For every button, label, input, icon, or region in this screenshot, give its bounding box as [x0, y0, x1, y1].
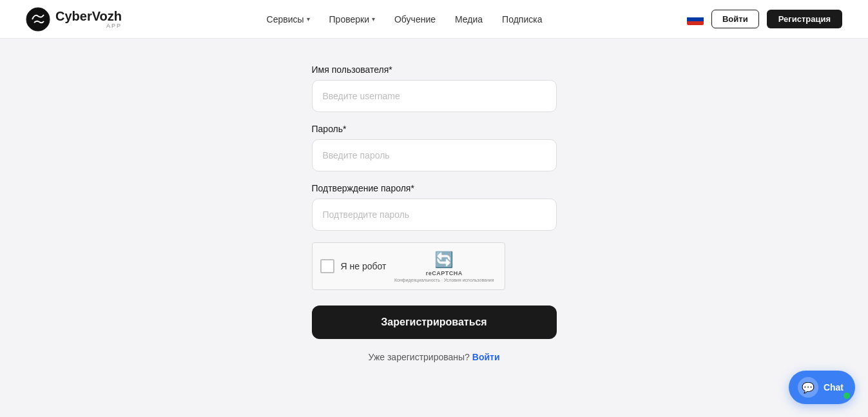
- password-label: Пароль*: [312, 124, 557, 134]
- logo-name: CyberVozh: [55, 10, 122, 23]
- username-label: Имя пользователя*: [312, 64, 557, 75]
- header: CyberVozh APP Сервисы ▾ Проверки ▾ Обуче…: [0, 0, 868, 39]
- online-status-dot: [844, 393, 850, 399]
- username-input[interactable]: [312, 80, 557, 112]
- chevron-down-icon: ▾: [372, 15, 375, 23]
- chat-bubble[interactable]: 💬 Chat: [789, 371, 855, 404]
- registration-form: Имя пользователя* Пароль* Подтверждение …: [312, 64, 557, 362]
- logo[interactable]: CyberVozh APP: [26, 7, 122, 32]
- login-button[interactable]: Войти: [711, 10, 759, 28]
- confirm-password-field-group: Подтверждение пароля*: [312, 183, 557, 231]
- recaptcha-brand: reCAPTCHA: [426, 270, 463, 276]
- password-field-group: Пароль*: [312, 124, 557, 171]
- language-flag[interactable]: [687, 14, 704, 25]
- main-content: Имя пользователя* Пароль* Подтверждение …: [0, 39, 868, 401]
- submit-button[interactable]: Зарегистрироваться: [312, 305, 557, 339]
- nav-subscription[interactable]: Подписка: [502, 14, 542, 24]
- chevron-down-icon: ▾: [307, 15, 310, 23]
- password-input[interactable]: [312, 139, 557, 171]
- logo-icon: [26, 7, 50, 32]
- chat-label: Chat: [824, 382, 844, 393]
- recaptcha-checkbox[interactable]: [320, 259, 334, 273]
- recaptcha-links: Конфиденциальность · Условия использован…: [394, 278, 494, 282]
- login-link[interactable]: Войти: [472, 352, 500, 362]
- recaptcha-logo-icon: 🔄: [434, 251, 454, 269]
- confirm-password-label: Подтверждение пароля*: [312, 183, 557, 193]
- nav-education[interactable]: Обучение: [394, 14, 436, 24]
- nav-media[interactable]: Медиа: [455, 14, 483, 24]
- username-field-group: Имя пользователя*: [312, 64, 557, 112]
- recaptcha-widget[interactable]: Я не робот 🔄 reCAPTCHA Конфиденциальност…: [312, 242, 505, 290]
- nav-checks[interactable]: Проверки ▾: [329, 14, 375, 24]
- recaptcha-label: Я не робот: [341, 261, 387, 271]
- logo-sub: APP: [55, 23, 122, 29]
- nav-services[interactable]: Сервисы ▾: [267, 14, 310, 24]
- svg-point-0: [26, 8, 50, 31]
- chat-icon: 💬: [798, 377, 818, 398]
- main-nav: Сервисы ▾ Проверки ▾ Обучение Медиа Подп…: [267, 14, 543, 24]
- already-registered-text: Уже зарегистрированы? Войти: [312, 352, 557, 362]
- header-right: Войти Регистрация: [687, 10, 842, 28]
- confirm-password-input[interactable]: [312, 199, 557, 231]
- register-button[interactable]: Регистрация: [767, 10, 842, 28]
